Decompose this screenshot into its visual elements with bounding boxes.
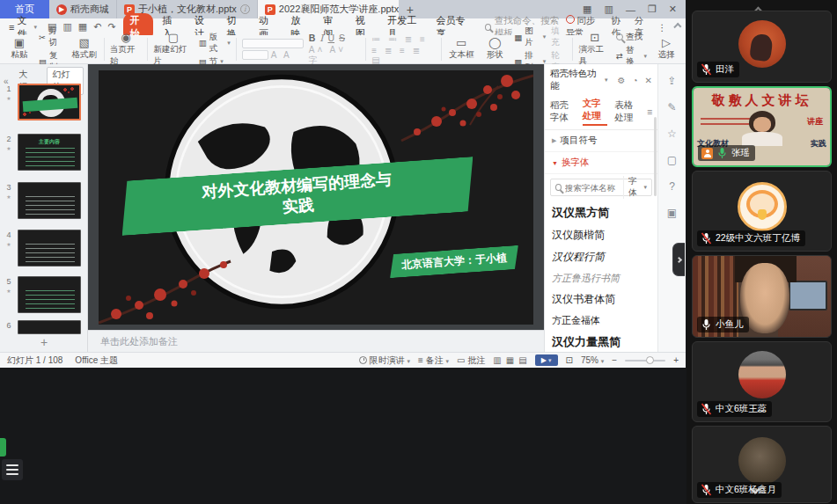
font-list-item[interactable]: 方正金福体 bbox=[552, 310, 650, 331]
slide-sorter-icon[interactable]: ▦ bbox=[506, 355, 514, 365]
select-button[interactable]: ▷选择 bbox=[652, 38, 680, 61]
slide-thumbnail-1[interactable] bbox=[18, 84, 81, 121]
font-list-item[interactable]: 汉仪书君体简 bbox=[552, 289, 650, 310]
edit-pen-icon[interactable]: ✎ bbox=[667, 101, 676, 113]
layout-icon[interactable]: ▥ bbox=[605, 4, 613, 15]
fit-window-icon[interactable]: ⊡ bbox=[566, 355, 573, 365]
font-size-combobox[interactable] bbox=[242, 50, 268, 60]
font-list-item[interactable]: 汉仪颜楷简 bbox=[552, 224, 650, 246]
section-change-font[interactable]: ▼换字体 bbox=[545, 152, 657, 174]
textbox-button[interactable]: ▭文本框 bbox=[447, 38, 475, 61]
timed-speech-button[interactable]: 限时演讲 ▾ bbox=[359, 354, 410, 367]
font-panel-tab-text[interactable]: 文字处理 bbox=[583, 98, 608, 126]
more-participants-button[interactable] bbox=[752, 480, 759, 496]
font-filter-select[interactable]: 字体▾ bbox=[623, 176, 647, 199]
video-tile-zhangyao[interactable]: 敬敷人文讲坛 讲座 文化教材 实践 张瑶 bbox=[692, 86, 832, 167]
sidebar-expand-handle[interactable] bbox=[672, 243, 685, 276]
participant-name: 张瑶 bbox=[731, 147, 750, 159]
comments-toggle[interactable]: ▭ 批注 bbox=[457, 354, 485, 367]
slide-thumbnail-5[interactable] bbox=[18, 276, 81, 313]
font-list-item[interactable]: 汉仪黑方简 bbox=[552, 201, 650, 224]
slide-thumbnail-3[interactable] bbox=[18, 182, 81, 219]
print-icon[interactable]: ▦ bbox=[78, 21, 87, 33]
strikethrough-button[interactable]: S bbox=[339, 33, 345, 43]
help-icon[interactable]: ? bbox=[669, 180, 675, 193]
section-bullets[interactable]: ▶项目符号 bbox=[545, 130, 657, 152]
font-list-item[interactable]: 汉仪程行简 bbox=[552, 246, 650, 268]
slide-editor[interactable]: 对外文化教材编写的理念与 实践 北京语言大学：于小植 bbox=[99, 70, 533, 325]
list-bullet-icons[interactable]: ≔ ≕ ≣ ≡ bbox=[371, 34, 436, 44]
font-list-item[interactable]: 方正鲁迅行书简 bbox=[552, 268, 650, 289]
zoom-out-button[interactable]: − bbox=[612, 355, 617, 365]
shapes-button[interactable]: ◯形状 bbox=[481, 38, 509, 61]
video-tile-yangxinyue[interactable]: 中文6班杨鑫月 bbox=[692, 426, 832, 503]
find-button[interactable]: 查找 bbox=[616, 32, 647, 43]
close-panel-icon[interactable]: ✕ bbox=[645, 76, 652, 85]
font-name-combobox[interactable] bbox=[242, 39, 304, 48]
favorite-star-icon[interactable]: ☆ bbox=[667, 128, 677, 140]
paste-button[interactable]: ▣粘贴 bbox=[5, 38, 33, 61]
zoom-slider-knob[interactable] bbox=[646, 356, 654, 364]
notes-toggle[interactable]: ≡ 备注 ▾ bbox=[418, 354, 449, 367]
taskbar-green-icon[interactable] bbox=[0, 438, 6, 457]
chevron-down-icon[interactable]: ▾ bbox=[605, 77, 608, 84]
zoom-in-button[interactable]: + bbox=[673, 355, 679, 365]
bell-icon[interactable]: ◔ bbox=[633, 76, 638, 85]
chevron-down-icon: ▾ bbox=[34, 24, 38, 31]
animation-star-icon: ★ bbox=[0, 145, 18, 151]
font-panel-tab-docer-fonts[interactable]: 稻壳字体 bbox=[550, 99, 576, 124]
more-options-icon[interactable]: ⋮ bbox=[657, 22, 667, 33]
video-tile-xiaoyuer[interactable]: 小鱼儿 bbox=[692, 255, 832, 338]
font-panel-tab-table[interactable]: 表格处理 bbox=[614, 99, 640, 124]
mic-muted-icon bbox=[701, 232, 712, 245]
slide-thumbnail-6[interactable] bbox=[18, 320, 81, 334]
format-painter-button[interactable]: ▧格式刷 bbox=[70, 38, 99, 61]
mic-muted-icon bbox=[701, 63, 712, 76]
font-search-box[interactable]: 字体▾ bbox=[550, 179, 652, 196]
play-slideshow-button[interactable]: ▶▾ bbox=[535, 354, 558, 366]
tab-docer-store[interactable]: ▶ 稻壳商城 bbox=[49, 0, 117, 18]
close-button[interactable]: ✕ bbox=[669, 4, 677, 15]
slide-thumbnail-2[interactable]: 主要内容 bbox=[18, 134, 81, 171]
video-tile-tianyang[interactable]: 田洋 bbox=[692, 11, 832, 83]
slide-author-ribbon[interactable]: 北京语言大学：于小植 bbox=[388, 245, 520, 278]
taskbar-menu-icon[interactable] bbox=[2, 459, 23, 480]
zoom-level[interactable]: 75% ▾ bbox=[581, 355, 604, 365]
video-tile-dingyibo[interactable]: 22级中文六班丁亿博 bbox=[692, 171, 832, 252]
font-effects-icons[interactable]: A˄ A˅ 字 bbox=[309, 45, 361, 67]
thumb-text-lines bbox=[26, 148, 75, 167]
normal-view-icon[interactable]: ▥ bbox=[493, 355, 501, 365]
add-slide-button[interactable]: + bbox=[0, 335, 88, 349]
font-list-item[interactable]: 汉仪力量黑简 bbox=[552, 331, 650, 352]
minimize-button[interactable]: — bbox=[626, 4, 635, 15]
play-from-current-button[interactable]: ◉当页开始 bbox=[110, 33, 142, 67]
panel-menu-icon[interactable]: ≡ bbox=[647, 106, 652, 117]
present-tools-button[interactable]: ⊡演示工具 bbox=[578, 33, 610, 67]
font-search-input[interactable] bbox=[565, 183, 620, 193]
share-up-icon[interactable]: ⇪ bbox=[667, 75, 676, 87]
video-tile-wangrui[interactable]: 中文6班王蕊 bbox=[692, 341, 832, 422]
panel-box-icon[interactable]: ▢ bbox=[667, 154, 677, 166]
undo-icon[interactable]: ↶ bbox=[93, 21, 101, 33]
align-icons[interactable]: ≡ ≣ ≡ ≣ ▤ bbox=[371, 46, 436, 65]
layout-icon: ▥ bbox=[199, 38, 207, 47]
notes-area[interactable]: 单击此处添加备注 bbox=[88, 330, 544, 352]
zoom-slider[interactable] bbox=[625, 360, 665, 362]
collapse-ribbon-icon[interactable] bbox=[674, 23, 682, 31]
reading-view-icon[interactable]: ▤ bbox=[518, 355, 526, 365]
grid-view-icon[interactable]: ▦ bbox=[583, 4, 591, 15]
panel-scrollbar[interactable] bbox=[654, 117, 657, 196]
gallery-icon[interactable]: ▣ bbox=[667, 207, 677, 219]
maximize-button[interactable]: ❐ bbox=[648, 4, 657, 15]
italic-button[interactable]: I bbox=[319, 33, 323, 43]
redo-icon[interactable]: ↷ bbox=[107, 21, 115, 33]
settings-icon[interactable]: ⚙ bbox=[618, 76, 626, 85]
cut-button[interactable]: ✂剪切 bbox=[39, 26, 65, 48]
slide-thumbnail-4[interactable] bbox=[18, 230, 81, 267]
underline-button[interactable]: U bbox=[327, 33, 334, 43]
new-slide-button[interactable]: ▢新建幻灯片 bbox=[153, 33, 194, 67]
bold-button[interactable]: B bbox=[309, 33, 316, 43]
layout-button[interactable]: ▥版式▾ bbox=[199, 32, 231, 55]
blossom-decoration bbox=[21, 110, 35, 118]
picture-button[interactable]: ▦图片▾ bbox=[514, 26, 546, 48]
